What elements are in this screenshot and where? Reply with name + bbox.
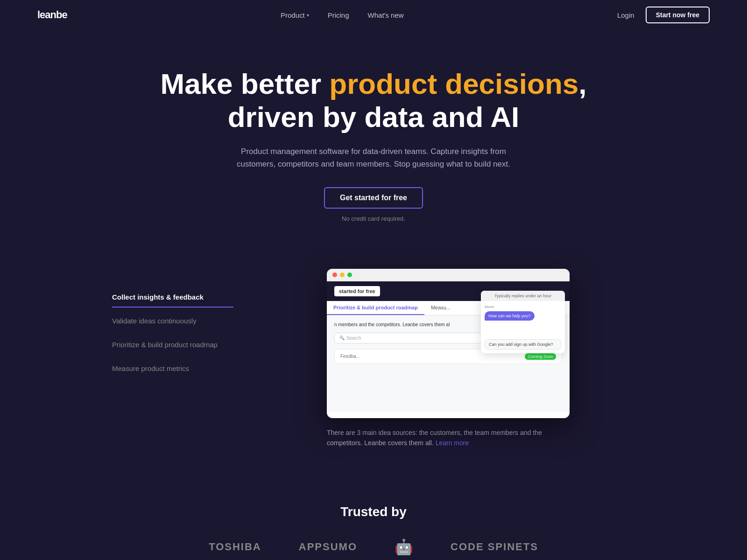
coming-soon-badge: Coming Soon (525, 353, 556, 360)
tab-measure-metrics[interactable]: Measure product metrics (112, 359, 233, 379)
login-button[interactable]: Login (617, 11, 634, 19)
browser-maximize-dot (347, 273, 352, 277)
logo[interactable]: leanbe (37, 9, 67, 21)
app-tab-measure[interactable]: Measu... (424, 301, 457, 315)
search-icon: 🔍 (339, 336, 345, 340)
trusted-logo-codespinets: Code Spinets (451, 541, 538, 553)
screenshot-area: started for free Prioritize & build prod… (261, 269, 635, 448)
trusted-logo-icon1: 🤖 (395, 538, 413, 556)
trusted-section: Trusted by TOSHIBA APPSUMO 🤖 Code Spinet… (0, 486, 747, 560)
chevron-down-icon: ▾ (307, 13, 309, 18)
get-started-button[interactable]: Get started for free (324, 187, 423, 209)
app-screenshot-frame: started for free Prioritize & build prod… (327, 269, 570, 418)
browser-minimize-dot (340, 273, 345, 277)
nav-item-whats-new[interactable]: What's new (368, 11, 404, 19)
hero-title-comma: , (578, 68, 586, 100)
hero-title-orange: product decisions (329, 68, 578, 100)
browser-close-dot (332, 273, 337, 277)
trusted-logo-toshiba: TOSHIBA (209, 541, 261, 553)
hero-title: Make better product decisions, driven by… (9, 67, 738, 134)
trusted-title: Trusted by (37, 504, 710, 519)
nav-right: Login Start now free (617, 7, 710, 23)
trusted-logos: TOSHIBA APPSUMO 🤖 Code Spinets (37, 538, 710, 556)
feature-tabs-sidebar: Collect insights & feedback Validate ide… (112, 269, 233, 379)
nav-item-pricing[interactable]: Pricing (328, 11, 349, 19)
start-now-button[interactable]: Start now free (646, 7, 710, 23)
hero-subtitle: Product management software for data-dri… (229, 145, 518, 170)
trusted-logo-appsumo: APPSUMO (299, 541, 357, 553)
nav-center: Product ▾ Pricing What's new (281, 11, 404, 19)
learn-more-link[interactable]: Learn more (436, 439, 469, 447)
hero-section: Make better product decisions, driven by… (0, 30, 747, 241)
browser-chrome (327, 269, 570, 281)
hero-title-white1: Make better (160, 68, 329, 100)
screenshot-desc-text: There are 3 main idea sources: the custo… (327, 429, 542, 447)
chat-header: Typically replies under an hour (481, 291, 565, 301)
navbar: leanbe Product ▾ Pricing What's new Logi… (0, 0, 747, 30)
chat-label: Morel (485, 305, 561, 309)
no-credit-card-text: No credit card required. (9, 215, 738, 222)
tab-collect-insights[interactable]: Collect insights & feedback (112, 287, 233, 308)
search-placeholder: Search (346, 336, 361, 341)
chat-user-message: Can you add sign up with Google? (485, 339, 561, 350)
app-started-btn: started for free (334, 286, 380, 296)
app-tab-prioritize[interactable]: Prioritize & build product roadmap (327, 301, 424, 315)
tab-prioritize-roadmap[interactable]: Prioritize & build product roadmap (112, 335, 233, 355)
app-inner: started for free Prioritize & build prod… (327, 281, 570, 412)
hero-title-line2: driven by data and AI (228, 101, 520, 133)
main-content-section: Collect insights & feedback Validate ide… (93, 269, 654, 448)
tab-validate-ideas[interactable]: Validate ideas continuously (112, 311, 233, 331)
chat-space (485, 323, 561, 337)
chat-body: Morel How can we help you? Can you add s… (481, 301, 565, 353)
nav-item-product[interactable]: Product ▾ (281, 11, 309, 19)
screenshot-description: There are 3 main idea sources: the custo… (327, 427, 570, 448)
chat-bubble: How can we help you? (485, 311, 535, 321)
list-item-footer: Feedba... (340, 354, 360, 359)
chat-popup: Typically replies under an hour Morel Ho… (481, 291, 565, 353)
